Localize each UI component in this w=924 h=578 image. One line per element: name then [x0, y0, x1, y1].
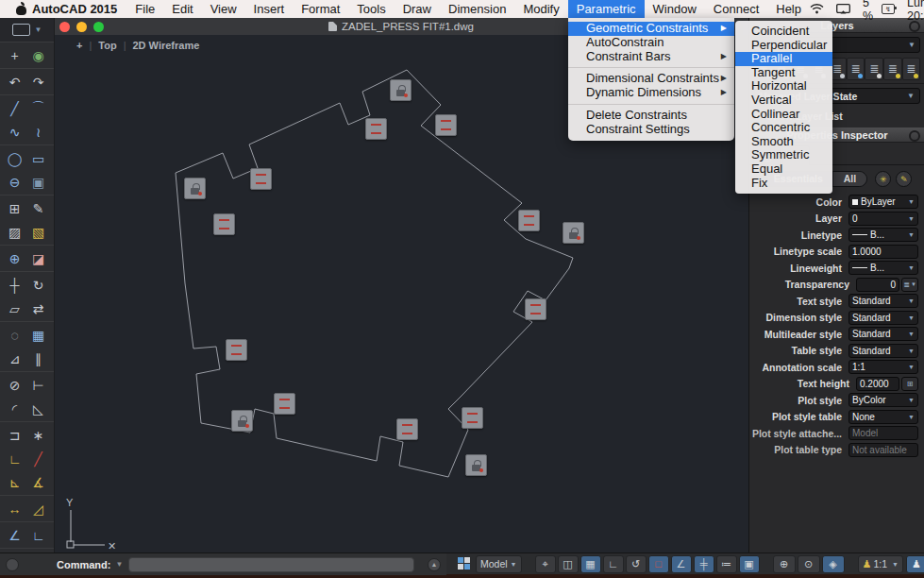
tool-erase[interactable]: ◪ [26, 246, 50, 270]
prop-control-text-style[interactable]: Standard▼ [848, 294, 918, 308]
viewport-visual-style-button[interactable]: 2D Wireframe [133, 40, 200, 51]
tool-measure-radius[interactable]: ∟ [26, 523, 50, 547]
menu-item-dimensional-constraints[interactable]: Dimensional Constraints▶ [568, 72, 734, 86]
zoom-button[interactable]: ⊙ [798, 555, 820, 573]
transparency-dropdown-button[interactable]: ≣▼ [901, 278, 918, 292]
menu-dimension[interactable]: Dimension [440, 0, 514, 18]
constraint-badge-equal[interactable] [396, 418, 418, 440]
tool-array[interactable]: ▦ [26, 323, 50, 347]
prop-control-plot-style-table[interactable]: None▼ [848, 410, 918, 424]
airplay-display-icon[interactable] [836, 4, 850, 14]
pan-button[interactable]: ⊕ [773, 555, 796, 573]
tool-arc[interactable]: ⌒ [26, 96, 50, 120]
submenu-item-perpendicular[interactable]: Perpendicular [735, 39, 832, 53]
constraint-badge-equal[interactable] [213, 213, 235, 235]
tool-fillet[interactable]: ◜ [3, 397, 26, 420]
command-history-button[interactable] [6, 558, 19, 571]
tool-measure-distance[interactable]: ∠ [3, 523, 26, 547]
tool-text[interactable]: ✎ [26, 196, 50, 220]
layer-lock-button[interactable]: ≣ [883, 58, 902, 80]
constraint-badge-equal[interactable] [462, 407, 483, 429]
match-properties-button[interactable]: ✳ [875, 171, 891, 187]
zoom-window-button[interactable] [93, 22, 104, 32]
menu-app-name[interactable]: AutoCAD 2015 [23, 0, 126, 18]
submenu-item-collinear[interactable]: Collinear [735, 108, 832, 122]
tool-move[interactable]: ┼ [3, 273, 26, 297]
tool-dim-angular[interactable]: ◿ [26, 497, 50, 520]
menu-connect[interactable]: Connect [705, 0, 767, 18]
tool-rectangle[interactable]: ▭ [26, 146, 50, 170]
layout-grid-icon[interactable] [458, 557, 470, 570]
constraint-badge-lock[interactable] [465, 454, 487, 476]
prop-control-multileader-style[interactable]: Standard▼ [848, 327, 918, 341]
submenu-item-symmetric[interactable]: Symmetric [735, 148, 832, 162]
tool-hatch[interactable]: ▨ [3, 220, 26, 244]
menu-item-geometric-constraints[interactable]: Geometric Constraints▶ [568, 22, 734, 36]
battery-status[interactable]: 5 %↯ [863, 0, 895, 23]
object-snap-toggle[interactable]: □ [648, 555, 669, 573]
constraint-badge-equal[interactable] [226, 339, 247, 361]
dynamic-input-toggle[interactable]: ≔ [716, 555, 737, 573]
panel-collapse-icon[interactable] [909, 130, 920, 142]
submenu-item-coincident[interactable]: Coincident [735, 25, 832, 39]
prop-control-linetype[interactable]: B...▼ [848, 228, 918, 242]
prop-control-table-style[interactable]: Standard▼ [848, 344, 918, 358]
tool-measure[interactable]: ∟ [3, 447, 26, 470]
ortho-mode-toggle[interactable]: ∟ [603, 555, 624, 573]
prop-control-text-height[interactable]: 0.2000⊞ [856, 377, 918, 391]
constraint-badge-equal[interactable] [518, 210, 540, 231]
menu-modify[interactable]: Modify [514, 0, 567, 18]
tool-offset[interactable]: ∥ [26, 347, 50, 370]
menu-draw[interactable]: Draw [395, 0, 440, 18]
menu-view[interactable]: View [202, 0, 245, 18]
prop-control-transparency[interactable]: 0≣▼ [856, 278, 918, 292]
prop-control-layer[interactable]: 0▼ [848, 212, 918, 226]
layer-unlock-button[interactable]: ≣ [902, 58, 921, 80]
tool-rotate[interactable]: ↻ [26, 273, 50, 297]
tool-scale[interactable]: ▱ [3, 297, 26, 320]
menu-item-autoconstrain[interactable]: AutoConstrain [568, 36, 734, 50]
menu-item-constraint-bars[interactable]: Constraint Bars▶ [568, 50, 734, 64]
orbit-button[interactable]: ◈ [822, 555, 845, 573]
tool-stretch[interactable]: ⇄ [26, 297, 50, 320]
inference-constraints-toggle[interactable]: ╪ [694, 555, 714, 573]
dynamic-ucs-toggle[interactable]: ◫ [558, 555, 579, 573]
tool-line[interactable]: ╱ [3, 96, 26, 120]
workspace-switcher[interactable]: ▼ [0, 18, 54, 42]
menu-tools[interactable]: Tools [348, 0, 394, 18]
annotation-scale-button[interactable]: ♟ 1:1 ▼ [858, 555, 903, 573]
tool-point[interactable]: + [3, 43, 26, 67]
menu-parametric[interactable]: Parametric [568, 0, 645, 18]
submenu-item-horizontal[interactable]: Horizontal [735, 79, 832, 94]
polar-tracking-toggle[interactable]: ↺ [626, 555, 647, 573]
minimize-window-button[interactable] [76, 22, 87, 32]
viewport-add-button[interactable]: + [76, 40, 82, 51]
model-space-button[interactable]: Model ▼ [476, 555, 522, 573]
menu-item-delete-constraints[interactable]: Delete Constraints [568, 109, 734, 123]
prop-control-lineweight[interactable]: B...▼ [848, 261, 918, 275]
selection-cycling-toggle[interactable]: ▣ [739, 555, 760, 573]
constraint-badge-equal[interactable] [250, 168, 272, 190]
tool-ellipse[interactable]: ⊖ [3, 170, 26, 194]
tool-move-group[interactable]: ⊕ [3, 246, 26, 270]
tool-extend[interactable]: ⊢ [26, 373, 50, 397]
tool-construction-line[interactable]: ╱ [26, 447, 50, 470]
viewport-view-button[interactable]: Top [98, 40, 116, 51]
tool-mirror[interactable]: ⊿ [3, 347, 26, 370]
submenu-item-concentric[interactable]: Concentric [735, 121, 832, 135]
submenu-item-parallel[interactable]: Parallel [735, 52, 832, 66]
wifi-icon[interactable] [810, 4, 824, 14]
constraint-badge-lock[interactable] [390, 79, 412, 101]
tool-explode[interactable]: ∗ [26, 423, 50, 447]
tool-region[interactable]: ▣ [26, 170, 50, 194]
constraint-badge-lock[interactable] [231, 410, 253, 432]
prop-control-linetype-scale[interactable]: 1.0000 [848, 245, 918, 259]
chevron-down-icon[interactable]: ▼ [115, 560, 123, 569]
submenu-item-tangent[interactable]: Tangent [735, 66, 832, 80]
tool-trim[interactable]: ⊘ [3, 373, 26, 397]
submenu-item-smooth[interactable]: Smooth [735, 135, 832, 149]
tool-undo[interactable]: ↶ [3, 70, 26, 94]
menu-window[interactable]: Window [645, 0, 705, 18]
tool-insert-block[interactable]: ⊞ [3, 196, 26, 220]
annotation-visibility-button[interactable]: ♟ [906, 555, 924, 573]
